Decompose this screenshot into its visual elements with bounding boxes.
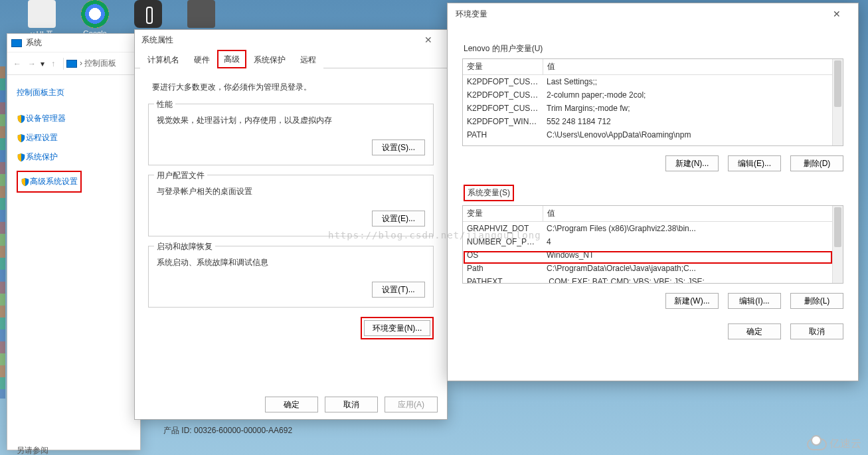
col-value[interactable]: 值 — [543, 59, 843, 75]
env-button-highlight: 环境变量(N)... — [361, 317, 434, 339]
tab-remote[interactable]: 远程 — [293, 50, 323, 68]
sys-delete-button[interactable]: 删除(L) — [790, 293, 843, 309]
shield-icon — [17, 114, 26, 124]
dialog-title: 系统属性 — [141, 35, 173, 46]
tab-strip: 计算机名 硬件 高级 系统保护 远程 — [135, 50, 447, 68]
sidebar-item-remote[interactable]: 远程设置 — [17, 132, 131, 143]
shield-icon — [21, 177, 30, 187]
close-icon[interactable]: ✕ — [416, 35, 440, 45]
shield-icon — [17, 153, 26, 162]
dialog-title: 环境变量 — [456, 9, 487, 20]
cell-val: Last Settings;; — [543, 75, 843, 89]
desktop-left-strip — [0, 66, 5, 399]
sidebar-item-device-manager[interactable]: 设备管理器 — [17, 113, 131, 124]
sidebar-item-protection[interactable]: 系统保护 — [17, 151, 131, 163]
see-also-title: 另请参阅 — [17, 445, 131, 455]
table-row[interactable]: PATHEXT.COM;.EXE;.BAT;.CMD;.VBS;.VBE;.JS… — [463, 275, 843, 284]
app-icon — [28, 0, 56, 28]
up-arrow-icon[interactable]: ↑ — [46, 59, 60, 68]
startup-settings-button[interactable]: 设置(T)... — [372, 282, 425, 298]
separator — [63, 58, 64, 70]
see-also-section: 另请参阅 安全性与维护 — [17, 445, 131, 455]
dialog-body: 要进行大多数更改，你必须作为管理员登录。 性能 视觉效果，处理器计划，内存使用，… — [135, 68, 447, 347]
product-id: 产品 ID: 00326-60000-00000-AA692 — [163, 425, 292, 436]
qq-icon — [134, 0, 162, 28]
apply-button[interactable]: 应用(A) — [385, 397, 438, 412]
tab-computer-name[interactable]: 计算机名 — [140, 50, 187, 68]
table-row[interactable]: K2PDFOPT_WINP...552 248 1184 712 — [463, 115, 843, 128]
performance-fieldset: 性能 视觉效果，处理器计划，内存使用，以及虚拟内存 设置(S)... — [148, 104, 434, 165]
tab-protection[interactable]: 系统保护 — [246, 50, 293, 68]
cell-var: K2PDFOPT_WINP... — [463, 115, 543, 128]
scrollbar[interactable] — [832, 59, 843, 145]
shield-icon — [17, 134, 26, 143]
yisu-label: 亿速云 — [829, 437, 861, 451]
watermark-text: https://blog.csdn.net/jiangguilong — [328, 230, 541, 240]
cell-val: C:\Program Files (x86)\Graphviz2.38\bin.… — [543, 222, 843, 236]
close-icon[interactable]: ✕ — [824, 9, 850, 19]
user-new-button[interactable]: 新建(N)... — [665, 155, 719, 171]
ok-button[interactable]: 确定 — [265, 397, 318, 412]
cancel-button[interactable]: 取消 — [790, 323, 843, 339]
user-vars-label: Lenovo 的用户变量(U) — [464, 43, 843, 54]
sidebar-item-label: 系统保护 — [26, 151, 58, 163]
user-delete-button[interactable]: 删除(D) — [790, 155, 843, 171]
user-profile-fieldset: 用户配置文件 与登录帐户相关的桌面设置 设置(E)... — [148, 175, 434, 236]
cell-val: 2-column paper;-mode 2col; — [543, 88, 843, 102]
picture-icon — [187, 0, 215, 28]
cell-val: C:\Users\Lenovo\AppData\Roaming\npm — [543, 128, 843, 141]
col-variable[interactable]: 变量 — [463, 59, 543, 75]
tab-hardware[interactable]: 硬件 — [187, 50, 217, 68]
sys-new-button[interactable]: 新建(W)... — [665, 293, 719, 309]
ok-button[interactable]: 确定 — [728, 323, 781, 339]
titlebar[interactable]: 环境变量 ✕ — [448, 3, 858, 25]
system-properties-dialog: 系统属性 ✕ 计算机名 硬件 高级 系统保护 远程 要进行大多数更改，你必须作为… — [134, 29, 448, 420]
titlebar[interactable]: 系统 — [7, 34, 140, 52]
table-row[interactable]: PathC:\ProgramData\Oracle\Java\javapath;… — [463, 262, 843, 275]
env-vars-dialog: 环境变量 ✕ Lenovo 的用户变量(U) 变量 值 K2PDFOPT_CUS… — [447, 3, 859, 381]
sys-edit-button[interactable]: 编辑(I)... — [728, 293, 781, 309]
scrollbar[interactable] — [832, 206, 843, 283]
profile-settings-button[interactable]: 设置(E)... — [372, 211, 425, 227]
env-vars-button[interactable]: 环境变量(N)... — [364, 320, 430, 336]
table-row[interactable]: PATHC:\Users\Lenovo\AppData\Roaming\npm — [463, 128, 843, 141]
forward-arrow-icon[interactable]: → — [25, 59, 39, 68]
breadcrumb[interactable]: › 控制面板 — [80, 58, 116, 69]
cell-val: Windows_NT — [543, 248, 843, 262]
back-arrow-icon[interactable]: ← — [10, 59, 25, 68]
system-vars-label: 系统变量(S) — [464, 185, 514, 201]
table-row[interactable]: K2PDFOPT_CUST...Last Settings;; — [463, 75, 843, 89]
cell-var: OS — [463, 248, 543, 262]
fieldset-desc: 视觉效果，处理器计划，内存使用，以及虚拟内存 — [157, 115, 425, 126]
scrollbar-thumb[interactable] — [834, 60, 841, 107]
cancel-button[interactable]: 取消 — [325, 397, 378, 412]
col-variable[interactable]: 变量 — [463, 206, 543, 222]
table-row[interactable]: OSWindows_NT — [463, 248, 843, 262]
fieldset-legend: 用户配置文件 — [154, 170, 207, 181]
scrollbar-thumb[interactable] — [834, 207, 841, 247]
table-row[interactable]: K2PDFOPT_CUST...Trim Margins;-mode fw; — [463, 102, 843, 115]
chrome-icon — [81, 0, 109, 28]
sidebar-item-advanced[interactable]: 高级系统设置 — [17, 171, 82, 193]
sidebar-item-label: 高级系统设置 — [30, 176, 78, 187]
perf-settings-button[interactable]: 设置(S)... — [372, 139, 425, 155]
tab-advanced[interactable]: 高级 — [217, 50, 246, 68]
sidebar-item-label: 设备管理器 — [26, 113, 66, 124]
system-vars-table[interactable]: 变量 值 GRAPHVIZ_DOTC:\Program Files (x86)\… — [462, 205, 843, 284]
col-value[interactable]: 值 — [543, 206, 843, 222]
table-row[interactable]: K2PDFOPT_CUST...2-column paper;-mode 2co… — [463, 88, 843, 102]
cell-val: C:\ProgramData\Oracle\Java\javapath;C... — [543, 262, 843, 275]
cell-var: Path — [463, 262, 543, 275]
cell-var: PATH — [463, 128, 543, 141]
cell-var: K2PDFOPT_CUST... — [463, 102, 543, 115]
control-panel-icon — [66, 60, 77, 68]
titlebar[interactable]: 系统属性 ✕ — [135, 30, 447, 50]
user-edit-button[interactable]: 编辑(E)... — [728, 155, 781, 171]
system-icon — [11, 39, 22, 47]
control-panel-home-link[interactable]: 控制面板主页 — [17, 87, 131, 98]
cell-val: Trim Margins;-mode fw; — [543, 102, 843, 115]
fieldset-legend: 启动和故障恢复 — [154, 241, 215, 252]
explorer-nav: ← → ▾ ↑ › 控制面板 — [7, 52, 140, 75]
history-dropdown-icon[interactable]: ▾ — [41, 59, 44, 68]
user-vars-table[interactable]: 变量 值 K2PDFOPT_CUST...Last Settings;;K2PD… — [462, 58, 843, 146]
